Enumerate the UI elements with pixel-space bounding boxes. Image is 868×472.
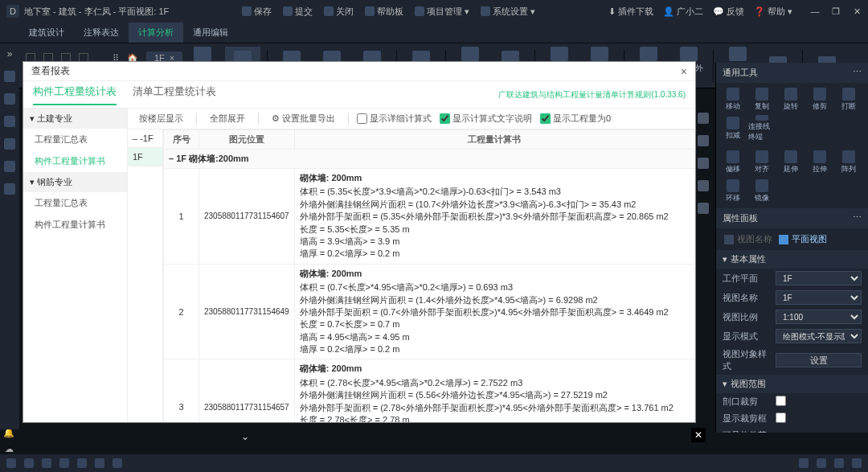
rp-tool-旋转[interactable]: 旋转	[777, 86, 805, 113]
top-tabs: 建筑设计注释表达计算分析通用编辑	[0, 23, 868, 43]
rp-tool-阵列[interactable]: 阵列	[835, 149, 862, 176]
win-min[interactable]: —	[810, 6, 820, 17]
table-row[interactable]: 22305880117731154649砌体墙: 200mm体积 = (0.7<…	[164, 264, 695, 359]
common-tools-title: 通用工具	[723, 67, 758, 79]
expand-left-icon[interactable]: »	[7, 48, 13, 60]
top-tab-3[interactable]: 通用编辑	[183, 23, 238, 43]
tr-0[interactable]: ❓ 帮助 ▾	[754, 6, 792, 18]
tc-4[interactable]: 项目管理 ▾	[415, 6, 469, 18]
f-icon-7[interactable]	[113, 458, 122, 468]
tc-1[interactable]: 提交	[283, 6, 313, 18]
panel-menu2-icon[interactable]: ⋯	[853, 212, 862, 224]
prop-button[interactable]: 设置	[776, 353, 862, 367]
f-icon-r1[interactable]	[799, 458, 809, 468]
batch-export-button[interactable]: ⚙ 设置批量导出	[267, 113, 340, 125]
rp-tool-拉伸[interactable]: 拉伸	[806, 149, 833, 176]
tc-3[interactable]: 帮助板	[365, 6, 403, 18]
prop-select[interactable]: 1F	[776, 271, 862, 285]
rp-tool-打断[interactable]: 打断	[835, 86, 862, 113]
rs-icon-4[interactable]	[698, 180, 709, 191]
prop-row-视图比例: 视图比例1:100	[716, 307, 868, 326]
prop-select[interactable]: 1:100	[776, 310, 862, 324]
tc-5[interactable]: 系统设置 ▾	[481, 6, 535, 18]
floating-close-icon[interactable]: ✕	[691, 428, 706, 442]
table-row[interactable]: 32305880117731154657砌体墙: 200mm体积 = (2.78…	[164, 359, 695, 422]
top-tab-1[interactable]: 注释表达	[74, 23, 129, 43]
rp-tool-对齐[interactable]: 对齐	[748, 149, 776, 176]
prop-checkbox[interactable]	[776, 412, 786, 423]
side-group-0[interactable]: ▾ 土建专业	[23, 109, 127, 129]
left-status-icons: 🔔 ☁	[3, 427, 14, 454]
win-close[interactable]: ✕	[852, 6, 862, 17]
rp-tool-延伸[interactable]: 延伸	[777, 149, 805, 176]
prop-select[interactable]: 绘图模式-不显示隐藏线	[776, 329, 862, 343]
prop-select[interactable]: 1F	[776, 290, 862, 305]
f-icon-4[interactable]	[59, 458, 69, 468]
doc-title: 地下室 - 建筑 - 李仁凤 - 平面视图: 1F	[24, 6, 169, 18]
floor-cell-1[interactable]: 1F	[128, 148, 162, 166]
ls-icon-2[interactable]	[4, 93, 15, 105]
right-panel: 通用工具⋯ 移动复制旋转修剪打断扣减连接线终端 偏移对齐延伸拉伸阵列环移镜像 属…	[715, 63, 868, 433]
prop-checkbox[interactable]	[776, 396, 786, 406]
section-basic[interactable]: ▾ 基本属性	[716, 250, 868, 269]
ls-icon-4[interactable]	[4, 138, 15, 150]
tr-2[interactable]: 👤 广小二	[663, 6, 703, 18]
dialog-tab-1[interactable]: 清单工程量统计表	[133, 84, 216, 105]
f-icon-r4[interactable]	[852, 458, 862, 468]
panel-menu-icon[interactable]: ⋯	[853, 67, 862, 79]
win-max[interactable]: ❐	[831, 6, 841, 17]
rs-icon-3[interactable]	[698, 158, 709, 169]
section-range[interactable]: ▾ 视图范围	[716, 375, 868, 393]
f-icon-6[interactable]	[95, 458, 104, 468]
top-tab-2[interactable]: 计算分析	[129, 23, 183, 43]
cb-show-detail[interactable]: 显示详细计算式	[357, 113, 432, 125]
rp-tool-扣减[interactable]: 扣减	[719, 115, 747, 142]
rp-tool-偏移[interactable]: 偏移	[719, 149, 747, 176]
rs-icon-2[interactable]	[698, 135, 709, 146]
ls-icon-6[interactable]	[4, 183, 15, 195]
rp-tool-修剪[interactable]: 修剪	[806, 86, 833, 113]
rp-tool-环移[interactable]: 环移	[719, 178, 747, 205]
f-icon-2[interactable]	[24, 458, 34, 468]
dialog-tab-0[interactable]: 构件工程量统计表	[33, 84, 117, 105]
rp-tool-移动[interactable]: 移动	[719, 86, 747, 113]
f-icon-r3[interactable]	[834, 458, 844, 468]
f-icon-5[interactable]	[77, 458, 87, 468]
side-group-1[interactable]: ▾ 钢筋专业	[23, 172, 127, 192]
side-item-1-0[interactable]: 工程量汇总表	[23, 192, 127, 214]
floor-display-button[interactable]: 按楼层显示	[134, 113, 188, 125]
rs-icon-5[interactable]	[698, 203, 709, 214]
ls-icon-3[interactable]	[4, 116, 15, 127]
tr-1[interactable]: 💬 反馈	[713, 6, 744, 18]
side-item-0-1[interactable]: 构件工程量计算书	[23, 150, 127, 172]
ls-icon-1[interactable]	[4, 71, 15, 82]
floor-cell-0[interactable]: – -1F	[128, 129, 162, 148]
rs-icon-1[interactable]	[698, 113, 709, 124]
ls-icon-5[interactable]	[4, 161, 15, 172]
floor-column: – -1F1F	[128, 129, 163, 422]
cloud-icon[interactable]: ☁	[3, 443, 14, 454]
prop-row-视图对象样式: 视图对象样式设置	[716, 346, 868, 375]
collapse-handle-icon[interactable]: ⌄	[241, 431, 249, 442]
tr-3[interactable]: ⬇ 插件下载	[608, 6, 653, 18]
side-item-0-0[interactable]: 工程量汇总表	[23, 129, 127, 150]
tc-0[interactable]: 保存	[242, 6, 272, 18]
f-icon-1[interactable]	[6, 458, 16, 468]
table-row[interactable]: 12305880117731154607砌体墙: 200mm体积 = (5.35…	[164, 169, 695, 265]
view-sel-active[interactable]: 平面视图	[779, 233, 827, 245]
rp-tool-复制[interactable]: 复制	[748, 86, 776, 113]
rp-tool-镜像[interactable]: 镜像	[748, 178, 776, 205]
top-tab-0[interactable]: 建筑设计	[19, 23, 74, 43]
f-icon-r2[interactable]	[817, 458, 826, 468]
side-item-1-1[interactable]: 构件工程量计算书	[23, 214, 127, 236]
prop-row-剖口裁剪: 剖口裁剪	[716, 393, 868, 410]
tc-2[interactable]: 关闭	[324, 6, 354, 18]
dialog-close-icon[interactable]: ×	[681, 65, 687, 78]
f-icon-3[interactable]	[42, 458, 51, 468]
attr-panel-title: 属性面板	[723, 212, 758, 224]
cb-show-zero[interactable]: 显示工程量为0	[540, 113, 611, 125]
rp-tool-连接线终端[interactable]: 连接线终端	[748, 115, 776, 142]
dialog-title: 查看报表	[31, 64, 70, 78]
expand-all-button[interactable]: 全部展开	[205, 113, 250, 125]
cb-show-text[interactable]: 显示计算式文字说明	[440, 113, 532, 125]
